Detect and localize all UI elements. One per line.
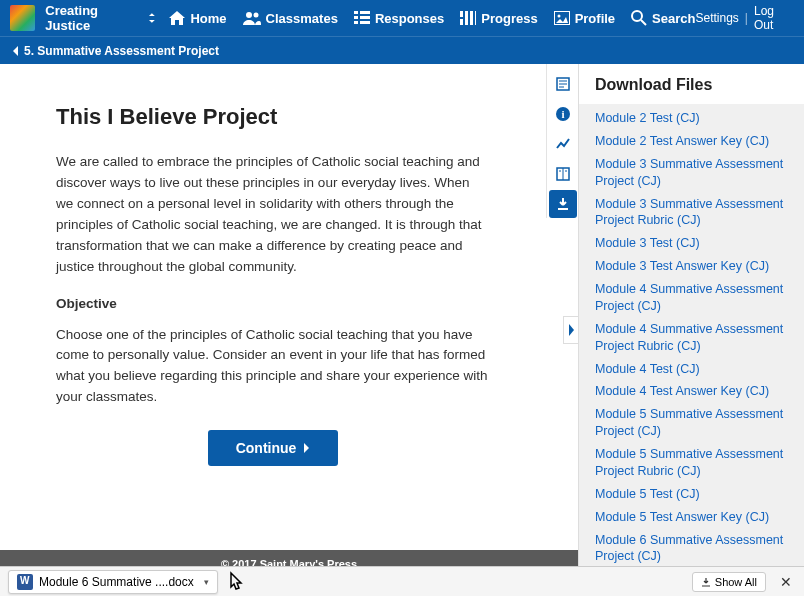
svg-point-0 xyxy=(246,12,252,18)
file-link[interactable]: Module 3 Test Answer Key (CJ) xyxy=(595,258,788,275)
file-link[interactable]: Module 5 Test Answer Key (CJ) xyxy=(595,509,788,526)
nav-search[interactable]: Search xyxy=(631,10,695,26)
download-bar-right: Show All ✕ xyxy=(692,572,796,592)
nav-classmates-label: Classmates xyxy=(266,11,338,26)
nav-classmates[interactable]: Classmates xyxy=(243,11,338,26)
file-link[interactable]: Module 3 Summative Assessment Project Ru… xyxy=(595,196,788,230)
file-link[interactable]: Module 2 Test (CJ) xyxy=(595,110,788,127)
chart-icon xyxy=(460,11,476,25)
info-icon: i xyxy=(555,106,571,122)
chevron-right-icon xyxy=(302,443,310,453)
intro-paragraph: We are called to embrace the principles … xyxy=(56,152,490,278)
nav-responses[interactable]: Responses xyxy=(354,11,444,26)
file-link[interactable]: Module 5 Summative Assessment Project (C… xyxy=(595,406,788,440)
file-link[interactable]: Module 2 Test Answer Key (CJ) xyxy=(595,133,788,150)
page-title: This I Believe Project xyxy=(56,104,490,130)
svg-point-4 xyxy=(632,11,642,21)
file-link[interactable]: Module 5 Summative Assessment Project Ru… xyxy=(595,446,788,480)
download-icon xyxy=(555,196,571,212)
file-link[interactable]: Module 6 Summative Assessment Project (C… xyxy=(595,532,788,566)
downloaded-filename: Module 6 Summative ....docx xyxy=(39,575,194,589)
chevron-down-icon: ▾ xyxy=(204,577,209,587)
file-link[interactable]: Module 3 Test (CJ) xyxy=(595,235,788,252)
list-icon xyxy=(354,11,370,25)
nav-profile[interactable]: Profile xyxy=(554,11,615,26)
nav-progress-label: Progress xyxy=(481,11,537,26)
nav-search-label: Search xyxy=(652,11,695,26)
download-icon xyxy=(701,577,711,587)
tool-info[interactable]: i xyxy=(549,100,577,128)
svg-point-3 xyxy=(557,15,560,18)
cursor-icon xyxy=(226,571,248,593)
file-link[interactable]: Module 4 Test Answer Key (CJ) xyxy=(595,383,788,400)
nav-right: Settings | Log Out xyxy=(695,4,794,32)
course-name: Creating Justice xyxy=(45,3,143,33)
sort-icon xyxy=(148,13,156,23)
downloaded-file[interactable]: Module 6 Summative ....docx ▾ xyxy=(8,570,218,594)
tool-glossary[interactable] xyxy=(549,160,577,188)
panel-title: Download Files xyxy=(579,64,804,104)
continue-button[interactable]: Continue xyxy=(208,430,339,466)
tool-notes[interactable] xyxy=(549,70,577,98)
top-nav: Creating Justice Home Classmates Respons… xyxy=(0,0,804,36)
breadcrumb[interactable]: 5. Summative Assessment Project xyxy=(12,44,219,58)
continue-wrap: Continue xyxy=(56,430,490,466)
separator: | xyxy=(745,11,748,25)
file-link[interactable]: Module 5 Test (CJ) xyxy=(595,486,788,503)
nav-profile-label: Profile xyxy=(575,11,615,26)
breadcrumb-bar: 5. Summative Assessment Project xyxy=(0,36,804,64)
continue-label: Continue xyxy=(236,440,297,456)
svg-point-1 xyxy=(253,13,258,18)
file-link[interactable]: Module 4 Test (CJ) xyxy=(595,361,788,378)
chevron-left-icon xyxy=(12,46,20,56)
nav-progress[interactable]: Progress xyxy=(460,11,537,26)
tool-strip: i xyxy=(546,64,578,218)
word-doc-icon xyxy=(17,574,33,590)
close-download-bar[interactable]: ✕ xyxy=(776,574,796,590)
file-link[interactable]: Module 3 Summative Assessment Project (C… xyxy=(595,156,788,190)
logout-link[interactable]: Log Out xyxy=(754,4,794,32)
svg-text:i: i xyxy=(561,108,564,120)
book-icon xyxy=(555,166,571,182)
people-icon xyxy=(243,11,261,25)
breadcrumb-label: 5. Summative Assessment Project xyxy=(24,44,219,58)
file-link[interactable]: Module 4 Summative Assessment Project (C… xyxy=(595,281,788,315)
search-icon xyxy=(631,10,647,26)
download-bar: Module 6 Summative ....docx ▾ Show All ✕ xyxy=(0,566,804,596)
download-panel: Download Files Module 2 Test (CJ)Module … xyxy=(578,64,804,596)
show-all-button[interactable]: Show All xyxy=(692,572,766,592)
main-column: This I Believe Project We are called to … xyxy=(0,64,578,596)
layout: This I Believe Project We are called to … xyxy=(0,64,804,596)
nav-home[interactable]: Home xyxy=(169,11,226,26)
tool-downloads[interactable] xyxy=(549,190,577,218)
objective-text: Choose one of the principles of Catholic… xyxy=(56,325,490,409)
file-list[interactable]: Module 2 Test (CJ)Module 2 Test Answer K… xyxy=(579,104,804,596)
show-all-label: Show All xyxy=(715,576,757,588)
image-icon xyxy=(554,11,570,25)
panel-toggle[interactable] xyxy=(563,316,579,344)
logo[interactable] xyxy=(10,5,35,31)
home-icon xyxy=(169,11,185,25)
settings-link[interactable]: Settings xyxy=(695,11,738,25)
file-link[interactable]: Module 4 Summative Assessment Project Ru… xyxy=(595,321,788,355)
nav-items: Home Classmates Responses Progress Profi… xyxy=(169,10,695,26)
trend-icon xyxy=(555,136,571,152)
objective-heading: Objective xyxy=(56,296,490,311)
tool-progress[interactable] xyxy=(549,130,577,158)
course-selector[interactable]: Creating Justice xyxy=(45,3,155,33)
nav-responses-label: Responses xyxy=(375,11,444,26)
content-area: This I Believe Project We are called to … xyxy=(0,64,578,550)
chevron-right-icon xyxy=(567,324,575,336)
notepad-icon xyxy=(555,76,571,92)
nav-home-label: Home xyxy=(190,11,226,26)
